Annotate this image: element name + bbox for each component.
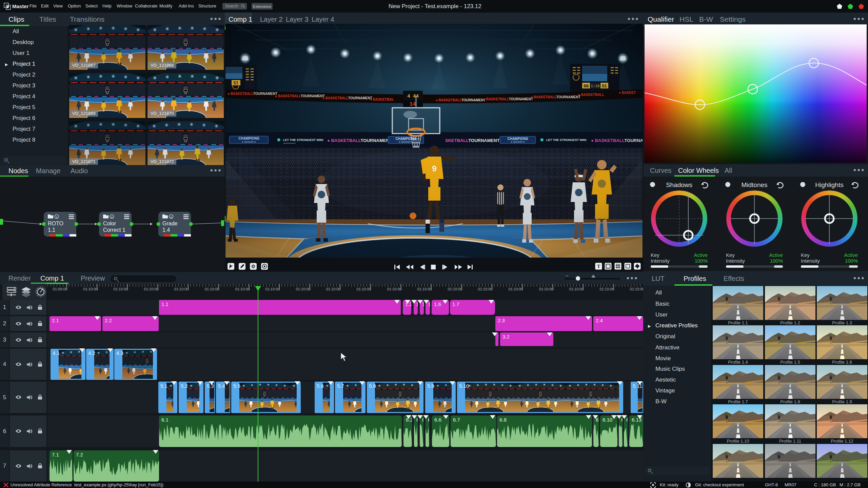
svg-text:Color: Color [103,221,116,226]
svg-text:s: s [171,216,172,219]
svg-text:T: T [597,264,600,269]
svg-text:ROTO: ROTO [48,221,63,226]
svg-text:s: s [56,216,57,219]
svg-text:Grade: Grade [162,221,178,226]
svg-text:Correct 1: Correct 1 [103,227,125,233]
svg-text:1.1: 1.1 [48,227,55,233]
svg-text:s: s [111,216,113,219]
svg-text:1.4: 1.4 [162,227,170,233]
